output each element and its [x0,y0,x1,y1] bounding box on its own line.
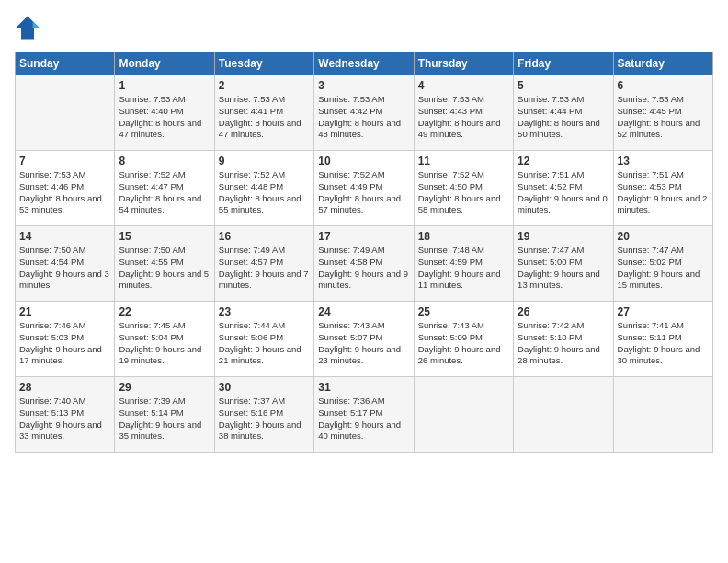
day-info: Sunrise: 7:53 AM Sunset: 4:40 PM Dayligh… [119,94,210,141]
day-number: 12 [518,155,609,167]
day-cell: 29Sunrise: 7:39 AM Sunset: 5:14 PM Dayli… [115,377,214,453]
day-cell: 23Sunrise: 7:44 AM Sunset: 5:06 PM Dayli… [214,302,313,377]
calendar-table: SundayMondayTuesdayWednesdayThursdayFrid… [15,52,713,453]
day-cell: 13Sunrise: 7:51 AM Sunset: 4:53 PM Dayli… [613,151,712,226]
day-info: Sunrise: 7:50 AM Sunset: 4:55 PM Dayligh… [119,245,210,292]
day-info: Sunrise: 7:43 AM Sunset: 5:09 PM Dayligh… [418,320,509,367]
logo-icon [15,15,40,40]
day-cell: 15Sunrise: 7:50 AM Sunset: 4:55 PM Dayli… [115,226,214,302]
day-info: Sunrise: 7:36 AM Sunset: 5:17 PM Dayligh… [318,396,409,442]
day-number: 17 [318,230,409,243]
day-info: Sunrise: 7:53 AM Sunset: 4:44 PM Dayligh… [518,94,609,141]
day-number: 15 [119,230,210,243]
day-number: 19 [518,230,609,243]
day-cell: 28Sunrise: 7:40 AM Sunset: 5:13 PM Dayli… [16,377,115,453]
day-cell: 16Sunrise: 7:49 AM Sunset: 4:57 PM Dayli… [214,226,313,302]
day-info: Sunrise: 7:52 AM Sunset: 4:49 PM Dayligh… [318,169,409,216]
day-cell: 20Sunrise: 7:47 AM Sunset: 5:02 PM Dayli… [613,226,712,302]
day-cell: 12Sunrise: 7:51 AM Sunset: 4:52 PM Dayli… [514,151,613,226]
day-number: 29 [119,381,210,394]
day-info: Sunrise: 7:48 AM Sunset: 4:59 PM Dayligh… [418,245,509,292]
day-cell: 5Sunrise: 7:53 AM Sunset: 4:44 PM Daylig… [514,75,613,151]
day-info: Sunrise: 7:37 AM Sunset: 5:16 PM Dayligh… [219,396,310,442]
day-number: 26 [518,305,609,318]
day-info: Sunrise: 7:53 AM Sunset: 4:43 PM Dayligh… [418,94,509,141]
day-info: Sunrise: 7:51 AM Sunset: 4:53 PM Dayligh… [618,169,709,216]
week-row-5: 28Sunrise: 7:40 AM Sunset: 5:13 PM Dayli… [16,377,713,453]
day-number: 14 [19,230,110,243]
day-number: 20 [618,230,709,243]
day-number: 5 [518,79,609,92]
day-info: Sunrise: 7:45 AM Sunset: 5:04 PM Dayligh… [119,320,210,367]
day-cell: 2Sunrise: 7:53 AM Sunset: 4:41 PM Daylig… [214,75,313,151]
day-cell: 30Sunrise: 7:37 AM Sunset: 5:16 PM Dayli… [214,377,313,453]
header-cell-saturday: Saturday [613,52,712,75]
day-number: 9 [219,155,310,167]
day-number: 2 [219,79,310,92]
header [15,15,713,40]
day-cell: 24Sunrise: 7:43 AM Sunset: 5:07 PM Dayli… [314,302,414,377]
day-info: Sunrise: 7:49 AM Sunset: 4:58 PM Dayligh… [318,245,409,292]
day-number: 18 [418,230,509,243]
day-cell: 4Sunrise: 7:53 AM Sunset: 4:43 PM Daylig… [414,75,513,151]
logo [15,15,44,40]
day-info: Sunrise: 7:39 AM Sunset: 5:14 PM Dayligh… [119,396,210,442]
day-info: Sunrise: 7:47 AM Sunset: 5:02 PM Dayligh… [618,245,709,292]
day-cell: 17Sunrise: 7:49 AM Sunset: 4:58 PM Dayli… [314,226,414,302]
day-cell [16,75,115,151]
day-info: Sunrise: 7:47 AM Sunset: 5:00 PM Dayligh… [518,245,609,292]
day-cell [514,377,613,453]
day-info: Sunrise: 7:52 AM Sunset: 4:50 PM Dayligh… [418,169,509,216]
day-number: 4 [418,79,509,92]
day-cell [613,377,712,453]
day-info: Sunrise: 7:46 AM Sunset: 5:03 PM Dayligh… [19,320,110,367]
day-info: Sunrise: 7:51 AM Sunset: 4:52 PM Dayligh… [518,169,609,216]
day-number: 23 [219,305,310,318]
week-row-4: 21Sunrise: 7:46 AM Sunset: 5:03 PM Dayli… [16,302,713,377]
week-row-3: 14Sunrise: 7:50 AM Sunset: 4:54 PM Dayli… [16,226,713,302]
day-cell: 8Sunrise: 7:52 AM Sunset: 4:47 PM Daylig… [115,151,214,226]
day-number: 8 [119,155,210,167]
day-number: 30 [219,381,310,394]
day-cell: 19Sunrise: 7:47 AM Sunset: 5:00 PM Dayli… [514,226,613,302]
week-row-1: 1Sunrise: 7:53 AM Sunset: 4:40 PM Daylig… [16,75,713,151]
day-cell: 21Sunrise: 7:46 AM Sunset: 5:03 PM Dayli… [16,302,115,377]
day-number: 21 [19,305,110,318]
calendar-body: 1Sunrise: 7:53 AM Sunset: 4:40 PM Daylig… [16,75,713,453]
day-cell: 27Sunrise: 7:41 AM Sunset: 5:11 PM Dayli… [613,302,712,377]
day-number: 1 [119,79,210,92]
day-cell: 1Sunrise: 7:53 AM Sunset: 4:40 PM Daylig… [115,75,214,151]
header-cell-wednesday: Wednesday [314,52,414,75]
day-info: Sunrise: 7:53 AM Sunset: 4:42 PM Dayligh… [318,94,409,141]
day-info: Sunrise: 7:41 AM Sunset: 5:11 PM Dayligh… [618,320,709,367]
day-cell: 10Sunrise: 7:52 AM Sunset: 4:49 PM Dayli… [314,151,414,226]
day-cell: 7Sunrise: 7:53 AM Sunset: 4:46 PM Daylig… [16,151,115,226]
day-cell: 14Sunrise: 7:50 AM Sunset: 4:54 PM Dayli… [16,226,115,302]
day-info: Sunrise: 7:50 AM Sunset: 4:54 PM Dayligh… [19,245,110,292]
day-info: Sunrise: 7:49 AM Sunset: 4:57 PM Dayligh… [219,245,310,292]
day-info: Sunrise: 7:43 AM Sunset: 5:07 PM Dayligh… [318,320,409,367]
day-number: 3 [318,79,409,92]
day-number: 6 [618,79,709,92]
day-cell: 22Sunrise: 7:45 AM Sunset: 5:04 PM Dayli… [115,302,214,377]
day-number: 25 [418,305,509,318]
day-number: 11 [418,155,509,167]
day-cell: 11Sunrise: 7:52 AM Sunset: 4:50 PM Dayli… [414,151,513,226]
day-number: 31 [318,381,409,394]
header-cell-monday: Monday [115,52,214,75]
day-number: 28 [19,381,110,394]
day-cell: 3Sunrise: 7:53 AM Sunset: 4:42 PM Daylig… [314,75,414,151]
day-cell [414,377,513,453]
header-row: SundayMondayTuesdayWednesdayThursdayFrid… [16,52,713,75]
day-cell: 18Sunrise: 7:48 AM Sunset: 4:59 PM Dayli… [414,226,513,302]
day-info: Sunrise: 7:52 AM Sunset: 4:48 PM Dayligh… [219,169,310,216]
day-info: Sunrise: 7:52 AM Sunset: 4:47 PM Dayligh… [119,169,210,216]
day-number: 27 [618,305,709,318]
day-info: Sunrise: 7:40 AM Sunset: 5:13 PM Dayligh… [19,396,110,442]
header-cell-friday: Friday [514,52,613,75]
day-cell: 25Sunrise: 7:43 AM Sunset: 5:09 PM Dayli… [414,302,513,377]
day-info: Sunrise: 7:53 AM Sunset: 4:41 PM Dayligh… [219,94,310,141]
header-cell-sunday: Sunday [16,52,115,75]
day-cell: 6Sunrise: 7:53 AM Sunset: 4:45 PM Daylig… [613,75,712,151]
header-cell-thursday: Thursday [414,52,513,75]
